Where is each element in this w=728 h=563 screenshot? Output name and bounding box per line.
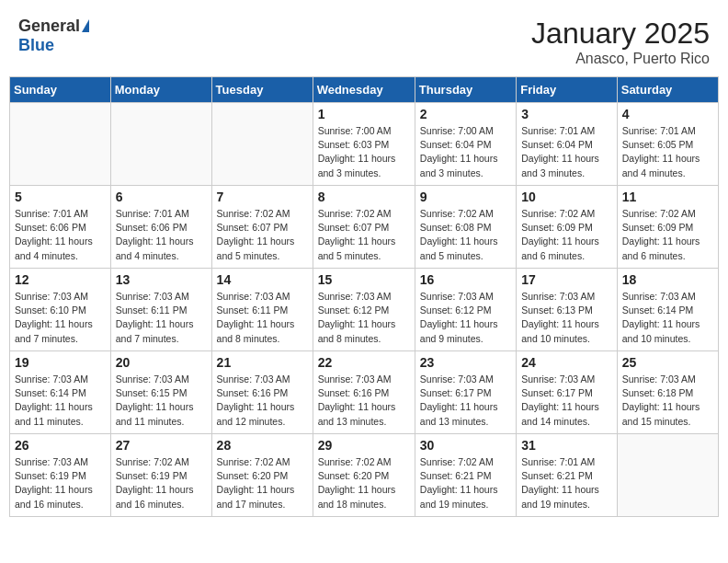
- calendar-cell: 9Sunrise: 7:02 AM Sunset: 6:08 PM Daylig…: [415, 186, 516, 269]
- calendar-cell: 17Sunrise: 7:03 AM Sunset: 6:13 PM Dayli…: [517, 269, 618, 351]
- day-info: Sunrise: 7:01 AM Sunset: 6:06 PM Dayligh…: [116, 207, 207, 263]
- col-header-wednesday: Wednesday: [313, 77, 415, 103]
- day-number: 2: [420, 107, 511, 121]
- day-info: Sunrise: 7:02 AM Sunset: 6:07 PM Dayligh…: [318, 207, 410, 263]
- day-number: 18: [622, 272, 713, 287]
- day-number: 5: [15, 190, 106, 204]
- calendar-cell: 12Sunrise: 7:03 AM Sunset: 6:10 PM Dayli…: [10, 269, 111, 351]
- day-number: 28: [217, 438, 308, 453]
- day-number: 8: [318, 190, 410, 204]
- day-info: Sunrise: 7:03 AM Sunset: 6:12 PM Dayligh…: [420, 290, 511, 346]
- calendar-cell: [211, 103, 313, 186]
- day-info: Sunrise: 7:03 AM Sunset: 6:15 PM Dayligh…: [116, 373, 207, 429]
- day-number: 19: [15, 355, 106, 370]
- day-info: Sunrise: 7:02 AM Sunset: 6:21 PM Dayligh…: [420, 455, 511, 511]
- day-number: 15: [318, 272, 410, 287]
- day-number: 14: [217, 272, 308, 287]
- calendar-cell: 2Sunrise: 7:00 AM Sunset: 6:04 PM Daylig…: [415, 103, 516, 186]
- day-info: Sunrise: 7:02 AM Sunset: 6:20 PM Dayligh…: [318, 455, 410, 511]
- day-info: Sunrise: 7:03 AM Sunset: 6:16 PM Dayligh…: [318, 373, 410, 429]
- day-info: Sunrise: 7:02 AM Sunset: 6:19 PM Dayligh…: [116, 455, 207, 511]
- day-info: Sunrise: 7:03 AM Sunset: 6:18 PM Dayligh…: [622, 373, 713, 429]
- calendar-cell: 27Sunrise: 7:02 AM Sunset: 6:19 PM Dayli…: [110, 434, 211, 517]
- logo: General Blue: [18, 17, 89, 55]
- day-info: Sunrise: 7:01 AM Sunset: 6:06 PM Dayligh…: [15, 207, 106, 263]
- calendar-cell: 3Sunrise: 7:01 AM Sunset: 6:04 PM Daylig…: [517, 103, 618, 186]
- day-info: Sunrise: 7:03 AM Sunset: 6:12 PM Dayligh…: [318, 290, 410, 346]
- day-info: Sunrise: 7:02 AM Sunset: 6:08 PM Dayligh…: [420, 207, 511, 263]
- calendar-cell: [110, 103, 211, 186]
- calendar-cell: 13Sunrise: 7:03 AM Sunset: 6:11 PM Dayli…: [110, 269, 211, 351]
- calendar-cell: 28Sunrise: 7:02 AM Sunset: 6:20 PM Dayli…: [211, 434, 313, 517]
- calendar-table: SundayMondayTuesdayWednesdayThursdayFrid…: [9, 76, 719, 517]
- day-info: Sunrise: 7:02 AM Sunset: 6:09 PM Dayligh…: [622, 207, 713, 263]
- col-header-sunday: Sunday: [10, 77, 111, 103]
- calendar-cell: 15Sunrise: 7:03 AM Sunset: 6:12 PM Dayli…: [313, 269, 415, 351]
- day-number: 21: [217, 355, 308, 370]
- calendar-cell: 18Sunrise: 7:03 AM Sunset: 6:14 PM Dayli…: [617, 269, 718, 351]
- day-info: Sunrise: 7:03 AM Sunset: 6:14 PM Dayligh…: [622, 290, 713, 346]
- calendar-cell: 26Sunrise: 7:03 AM Sunset: 6:19 PM Dayli…: [10, 434, 111, 517]
- day-info: Sunrise: 7:02 AM Sunset: 6:07 PM Dayligh…: [217, 207, 308, 263]
- day-info: Sunrise: 7:02 AM Sunset: 6:20 PM Dayligh…: [217, 455, 308, 511]
- day-info: Sunrise: 7:01 AM Sunset: 6:21 PM Dayligh…: [521, 455, 612, 511]
- calendar-cell: 11Sunrise: 7:02 AM Sunset: 6:09 PM Dayli…: [617, 186, 718, 269]
- calendar-cell: 5Sunrise: 7:01 AM Sunset: 6:06 PM Daylig…: [10, 186, 111, 269]
- day-info: Sunrise: 7:03 AM Sunset: 6:14 PM Dayligh…: [15, 373, 106, 429]
- day-info: Sunrise: 7:02 AM Sunset: 6:09 PM Dayligh…: [521, 207, 612, 263]
- day-number: 1: [318, 107, 410, 121]
- day-number: 20: [116, 355, 207, 370]
- col-header-saturday: Saturday: [617, 77, 718, 103]
- calendar-cell: 24Sunrise: 7:03 AM Sunset: 6:17 PM Dayli…: [517, 351, 618, 434]
- day-number: 23: [420, 355, 511, 370]
- calendar-cell: 21Sunrise: 7:03 AM Sunset: 6:16 PM Dayli…: [211, 351, 313, 434]
- title-block: January 2025 Anasco, Puerto Rico: [531, 17, 710, 67]
- day-number: 12: [15, 272, 106, 287]
- day-info: Sunrise: 7:03 AM Sunset: 6:13 PM Dayligh…: [521, 290, 612, 346]
- day-info: Sunrise: 7:01 AM Sunset: 6:05 PM Dayligh…: [622, 124, 713, 180]
- calendar-cell: 31Sunrise: 7:01 AM Sunset: 6:21 PM Dayli…: [517, 434, 618, 517]
- day-number: 7: [217, 190, 308, 204]
- day-number: 16: [420, 272, 511, 287]
- col-header-tuesday: Tuesday: [211, 77, 313, 103]
- day-number: 31: [521, 438, 612, 453]
- day-number: 4: [622, 107, 713, 121]
- col-header-monday: Monday: [110, 77, 211, 103]
- day-info: Sunrise: 7:03 AM Sunset: 6:10 PM Dayligh…: [15, 290, 106, 346]
- month-title: January 2025: [531, 17, 710, 51]
- day-info: Sunrise: 7:03 AM Sunset: 6:19 PM Dayligh…: [15, 455, 106, 511]
- day-info: Sunrise: 7:03 AM Sunset: 6:17 PM Dayligh…: [420, 373, 511, 429]
- day-number: 26: [15, 438, 106, 453]
- calendar-cell: 30Sunrise: 7:02 AM Sunset: 6:21 PM Dayli…: [415, 434, 516, 517]
- day-info: Sunrise: 7:03 AM Sunset: 6:16 PM Dayligh…: [217, 373, 308, 429]
- day-number: 29: [318, 438, 410, 453]
- calendar-cell: 19Sunrise: 7:03 AM Sunset: 6:14 PM Dayli…: [10, 351, 111, 434]
- logo-icon: [82, 19, 89, 32]
- logo-general: General: [18, 17, 80, 36]
- col-header-thursday: Thursday: [415, 77, 516, 103]
- day-info: Sunrise: 7:00 AM Sunset: 6:03 PM Dayligh…: [318, 124, 410, 180]
- calendar-cell: 23Sunrise: 7:03 AM Sunset: 6:17 PM Dayli…: [415, 351, 516, 434]
- calendar-cell: [617, 434, 718, 517]
- day-number: 6: [116, 190, 207, 204]
- calendar-cell: [10, 103, 111, 186]
- day-number: 11: [622, 190, 713, 204]
- day-number: 25: [622, 355, 713, 370]
- day-number: 17: [521, 272, 612, 287]
- calendar-cell: 10Sunrise: 7:02 AM Sunset: 6:09 PM Dayli…: [517, 186, 618, 269]
- day-number: 22: [318, 355, 410, 370]
- day-number: 13: [116, 272, 207, 287]
- calendar-cell: 29Sunrise: 7:02 AM Sunset: 6:20 PM Dayli…: [313, 434, 415, 517]
- calendar-cell: 14Sunrise: 7:03 AM Sunset: 6:11 PM Dayli…: [211, 269, 313, 351]
- day-info: Sunrise: 7:01 AM Sunset: 6:04 PM Dayligh…: [521, 124, 612, 180]
- calendar-cell: 20Sunrise: 7:03 AM Sunset: 6:15 PM Dayli…: [110, 351, 211, 434]
- calendar-cell: 6Sunrise: 7:01 AM Sunset: 6:06 PM Daylig…: [110, 186, 211, 269]
- day-info: Sunrise: 7:03 AM Sunset: 6:17 PM Dayligh…: [521, 373, 612, 429]
- location-title: Anasco, Puerto Rico: [531, 51, 710, 67]
- day-number: 10: [521, 190, 612, 204]
- calendar-cell: 8Sunrise: 7:02 AM Sunset: 6:07 PM Daylig…: [313, 186, 415, 269]
- day-number: 30: [420, 438, 511, 453]
- calendar-cell: 22Sunrise: 7:03 AM Sunset: 6:16 PM Dayli…: [313, 351, 415, 434]
- day-info: Sunrise: 7:00 AM Sunset: 6:04 PM Dayligh…: [420, 124, 511, 180]
- day-number: 9: [420, 190, 511, 204]
